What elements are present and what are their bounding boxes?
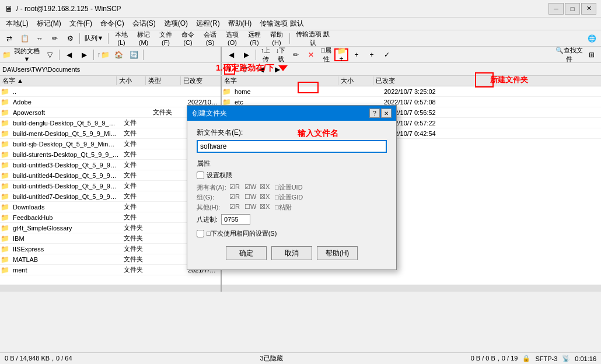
right-delete[interactable]: ✕ (304, 48, 318, 61)
dialog-close-icon[interactable]: ✕ (381, 108, 392, 118)
status-bar: 0 B / 14,948 KB，0 / 64 3已隐藏 0 B / 0 B，0 … (0, 352, 601, 364)
tb-internet[interactable]: 🌐 (585, 32, 599, 45)
menu-bar: 本地(L) 标记(M) 文件(F) 命令(C) 会话(S) 选项(O) 远程(R… (0, 18, 601, 30)
folder-icon: 📁 (0, 97, 9, 107)
right-path-filter[interactable]: ▽ (237, 63, 251, 76)
right-back[interactable]: ◀ (224, 48, 238, 61)
perm-gid: □设置GID (275, 193, 316, 202)
right-extra2[interactable]: + (365, 48, 379, 61)
folder-icon: 📁 (0, 213, 9, 222)
address-bars: DA\Users\TWY\Documents / ▽ ◀ ▶ (0, 63, 601, 76)
tb-transfer-options[interactable]: 传输选项 默认 (292, 32, 333, 45)
tb-session-label[interactable]: 会话(S) (200, 32, 221, 45)
right-scrollbar-h[interactable] (222, 285, 601, 292)
menu-session[interactable]: 会话(S) (129, 18, 159, 30)
close-button[interactable]: ✕ (581, 3, 596, 15)
menu-remote[interactable]: 远程(R) (193, 18, 223, 30)
right-path-forward[interactable]: ▶ (270, 63, 284, 76)
list-item[interactable]: 📁 .. (0, 86, 221, 97)
dialog-cancel-button[interactable]: 取消 (271, 246, 312, 260)
sep2 (93, 50, 94, 60)
minimize-button[interactable]: ─ (548, 3, 564, 15)
col-date[interactable]: 已改变 (181, 76, 221, 85)
tb-edit[interactable]: ✏ (48, 32, 62, 45)
col-name[interactable]: 名字 ▲ (0, 76, 117, 85)
perm-r-group: ☑R (229, 193, 244, 202)
folder-icon: 📁 (0, 234, 9, 243)
right-path-back[interactable]: ◀ (254, 63, 268, 76)
same-settings-checkbox[interactable] (197, 230, 204, 237)
tb-remote-label[interactable]: 远程(R) (244, 32, 265, 45)
maximize-button[interactable]: □ (565, 3, 580, 15)
tb-queue[interactable]: 队列▼ (82, 32, 106, 45)
left-scrollbar-h[interactable] (0, 285, 221, 292)
tb-command-label[interactable]: 命令(C) (177, 32, 198, 45)
menu-transfer-options[interactable]: 传输选项 默认 (256, 18, 307, 30)
right-col-name[interactable]: 名字 (222, 76, 338, 85)
new-folder-input[interactable] (197, 140, 387, 153)
left-forward[interactable]: ▶ (77, 48, 91, 61)
right-edit[interactable]: ✏ (289, 48, 303, 61)
dialog-ok-button[interactable]: 确定 (226, 246, 267, 260)
left-status: 0 B / 14,948 KB，0 / 64 (5, 354, 72, 363)
time-status: 0:01:16 (575, 355, 596, 362)
toolbar-separator3 (289, 33, 290, 44)
dialog-help-button[interactable]: 帮助(H) (317, 246, 358, 260)
tb-mark-label[interactable]: 标记(M) (133, 32, 154, 45)
set-permissions-row: 设置权限 (197, 171, 387, 180)
tb-file-label[interactable]: 文件(F) (155, 32, 176, 45)
attributes-section: 属性 (197, 159, 387, 169)
octal-input[interactable] (221, 214, 250, 225)
menu-local[interactable]: 本地(L) (2, 18, 32, 30)
menu-help[interactable]: 帮助(H) (225, 18, 256, 30)
left-my-docs[interactable]: 我的文档▼ (12, 48, 41, 61)
dialog-help-icon[interactable]: ? (369, 108, 380, 118)
right-extra1[interactable]: + (350, 48, 364, 61)
right-extra3[interactable]: ⊞ (585, 48, 599, 61)
perm-uid: □设置UID (275, 183, 316, 192)
col-type[interactable]: 类型 (146, 76, 181, 85)
right-col-size[interactable]: 大小 (338, 76, 373, 85)
tb-config[interactable]: ⚙ (63, 32, 77, 45)
dialog-body: 新文件夹名(E): 属性 设置权限 拥有者(A): ☑R ☑W ☒X □设置UI… (187, 121, 396, 270)
right-find[interactable]: 🔍查找文件 (554, 48, 583, 61)
right-forward[interactable]: ▶ (239, 48, 253, 61)
tb-options-label[interactable]: 选项(O) (222, 32, 243, 45)
perm-r-owner: ☑R (229, 183, 244, 192)
sep4 (256, 50, 256, 60)
tb-local-label[interactable]: 本地(L) (111, 32, 132, 45)
right-new-folder[interactable]: 📁+ (334, 48, 348, 61)
set-permissions-checkbox[interactable] (197, 172, 204, 179)
list-item[interactable]: 📁 home 2022/10/7 3:25:02 (222, 86, 601, 97)
col-size[interactable]: 大小 (117, 76, 146, 85)
menu-mark[interactable]: 标记(M) (33, 18, 65, 30)
sep3 (143, 50, 144, 60)
menu-options[interactable]: 选项(O) (160, 18, 191, 30)
perm-w-others: ☐W (244, 203, 259, 212)
folder-icon: 📁 (0, 150, 9, 159)
same-settings-row: □下次使用相同的设置(S) (197, 229, 387, 238)
left-filter[interactable]: ▽ (43, 48, 57, 61)
tb-sync[interactable]: ⇄ (2, 32, 16, 45)
new-folder-label: 新文件夹名(E): (197, 128, 387, 138)
tb-help-label[interactable]: 帮助(H) (266, 32, 287, 45)
left-up[interactable]: ↑📁 (96, 48, 110, 61)
perm-group-label: 组(G): (197, 193, 229, 202)
right-col-date[interactable]: 已改变 (373, 76, 601, 85)
left-home[interactable]: 🏠 (111, 48, 125, 61)
right-download[interactable]: ↓下载 (274, 48, 288, 61)
left-refresh[interactable]: 🔄 (127, 48, 141, 61)
tb-sync2[interactable]: ↔ (33, 32, 47, 45)
right-properties[interactable]: □属性 (319, 48, 333, 61)
left-back[interactable]: ◀ (62, 48, 76, 61)
perm-owner-label: 拥有者(A): (197, 183, 229, 192)
right-path-box[interactable]: / (224, 64, 235, 75)
menu-file[interactable]: 文件(F) (66, 18, 96, 30)
menu-command[interactable]: 命令(C) (97, 18, 128, 30)
right-upload[interactable]: ↑上传 (258, 48, 272, 61)
right-check[interactable]: ✓ (380, 48, 394, 61)
perm-w-group: ☐W (244, 193, 259, 202)
tb-copy[interactable]: 📋 (18, 32, 32, 45)
folder-icon: 📁 (0, 118, 9, 128)
perm-r-others: ☑R (229, 203, 244, 212)
